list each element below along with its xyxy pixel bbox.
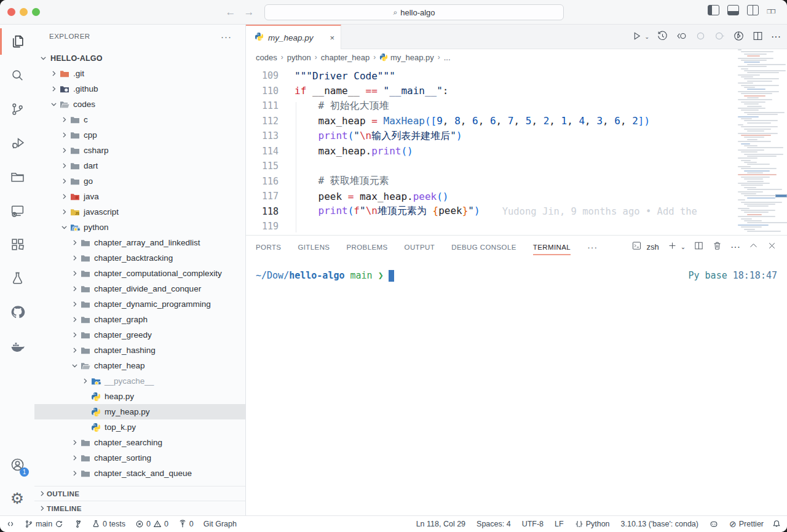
extensions-icon[interactable] xyxy=(0,228,34,261)
panel-tab-problems[interactable]: PROBLEMS xyxy=(346,236,387,258)
search-sidebar-icon[interactable] xyxy=(0,58,34,92)
encoding-status[interactable]: UTF-8 xyxy=(522,520,544,528)
tree-item-chapter-hashing[interactable]: chapter_hashing xyxy=(34,343,245,358)
tests-status[interactable]: 0 tests xyxy=(92,520,125,528)
formatter-status[interactable]: ⊘ Prettier xyxy=(729,520,764,528)
run-python-file-button[interactable] xyxy=(631,30,643,44)
breadcrumb-item[interactable]: chapter_heap xyxy=(321,53,370,62)
explorer-more-actions-icon[interactable]: ··· xyxy=(221,31,232,42)
toggle-panel-icon[interactable] xyxy=(727,5,739,15)
source-control-icon[interactable] xyxy=(0,92,34,126)
tree-item--pycache-[interactable]: __pycache__ xyxy=(34,373,245,389)
tab-close-icon[interactable]: × xyxy=(330,33,334,42)
language-mode-status[interactable]: Python xyxy=(575,520,610,528)
code-line-117[interactable]: 117 peek = max_heap.peek() xyxy=(246,189,733,204)
git-graph-status[interactable]: Git Graph xyxy=(204,520,237,528)
terminal-profile-dropdown-icon[interactable]: ⌄ xyxy=(681,244,686,250)
toggle-secondary-sidebar-icon[interactable] xyxy=(747,5,759,15)
split-terminal-icon[interactable] xyxy=(694,240,704,253)
feedback-status[interactable]: 0 xyxy=(178,520,194,528)
docker-icon[interactable] xyxy=(0,329,34,363)
python-interpreter-status[interactable]: 3.10.13 ('base': conda) xyxy=(621,520,698,528)
gitlens-icon[interactable] xyxy=(73,520,82,528)
tree-item-top-k-py[interactable]: top_k.py xyxy=(34,419,245,435)
run-debug-icon[interactable] xyxy=(0,126,34,160)
outline-section[interactable]: OUTLINE xyxy=(34,486,245,501)
remote-indicator-icon[interactable] xyxy=(6,520,15,528)
settings-gear-icon[interactable]: ⚙ xyxy=(0,482,34,515)
breadcrumb-item[interactable]: ... xyxy=(444,53,451,62)
tree-item--github[interactable]: .github xyxy=(34,81,245,97)
code-line-112[interactable]: 112 max_heap = MaxHeap([9, 8, 6, 6, 7, 5… xyxy=(246,114,733,129)
remote-explorer-icon[interactable] xyxy=(0,194,34,228)
tree-item-cpp[interactable]: cpp xyxy=(34,127,245,143)
tree-item-csharp[interactable]: csharp xyxy=(34,143,245,158)
breadcrumb-item[interactable]: my_heap.py xyxy=(379,53,433,62)
tree-item-chapter-sorting[interactable]: chapter_sorting xyxy=(34,450,245,466)
timeline-history-icon[interactable] xyxy=(657,30,668,44)
tree-item-heap-py[interactable]: heap.py xyxy=(34,389,245,404)
panel-tab-output[interactable]: OUTPUT xyxy=(405,236,435,258)
cursor-position-status[interactable]: Ln 118, Col 29 xyxy=(416,520,465,528)
minimap[interactable] xyxy=(733,41,787,235)
tree-item-chapter-greedy[interactable]: chapter_greedy xyxy=(34,327,245,343)
close-panel-icon[interactable] xyxy=(767,240,777,253)
tree-item-chapter-divide-and-conquer[interactable]: chapter_divide_and_conquer xyxy=(34,281,245,296)
explorer-icon[interactable] xyxy=(0,25,34,58)
panel-more-tabs-icon[interactable]: ··· xyxy=(587,242,598,252)
terminal-viewport[interactable]: ~/Dow/hello-algo main ❯ Py base 18:18:47 xyxy=(256,270,777,282)
tree-item-chapter-heap[interactable]: chapter_heap xyxy=(34,358,245,373)
tree-item-javascript[interactable]: JSjavascript xyxy=(34,204,245,220)
macos-close-button[interactable] xyxy=(7,8,15,16)
command-center-search[interactable]: ⌕ hello-algo xyxy=(264,4,564,20)
tree-item-codes[interactable]: codes xyxy=(34,97,245,112)
open-changes-icon[interactable] xyxy=(676,30,687,44)
panel-tab-terminal[interactable]: TERMINAL xyxy=(533,236,571,258)
indentation-status[interactable]: Spaces: 4 xyxy=(477,520,511,528)
tree-item-root[interactable]: HELLO-ALGO xyxy=(34,50,245,66)
code-line-111[interactable]: 111 # 初始化大顶堆 xyxy=(246,98,733,114)
copilot-icon[interactable] xyxy=(710,520,718,528)
code-line-116[interactable]: 116 # 获取堆顶元素 xyxy=(246,174,733,189)
code-line-114[interactable]: 114 max_heap.print() xyxy=(246,144,733,159)
kill-terminal-icon[interactable] xyxy=(712,240,722,253)
tree-item-chapter-stack-and-queue[interactable]: chapter_stack_and_queue xyxy=(34,466,245,481)
timeline-section[interactable]: TIMELINE xyxy=(34,501,245,515)
tree-item-c[interactable]: c xyxy=(34,112,245,127)
history-forward-icon[interactable]: → xyxy=(242,6,256,19)
new-terminal-icon[interactable] xyxy=(667,240,678,253)
customize-layout-icon[interactable] xyxy=(767,5,778,15)
panel-tab-gitlens[interactable]: GITLENS xyxy=(298,236,330,258)
project-folder-icon[interactable] xyxy=(0,160,34,194)
code-line-109[interactable]: 109"""Driver Code""" xyxy=(246,68,733,84)
tree-item-chapter-computational-complexity[interactable]: chapter_computational_complexity xyxy=(34,266,245,281)
code-editor[interactable]: 109"""Driver Code"""110if __name__ == "_… xyxy=(246,65,733,235)
tree-item-java[interactable]: java xyxy=(34,189,245,204)
code-line-119[interactable]: 119 xyxy=(246,219,733,234)
code-line-115[interactable]: 115 xyxy=(246,159,733,174)
code-line-110[interactable]: 110if __name__ == "__main__": xyxy=(246,84,733,99)
accounts-icon[interactable]: 1 xyxy=(0,448,34,482)
shell-label[interactable]: zsh xyxy=(646,242,658,252)
tab-my-heap-py[interactable]: my_heap.py × xyxy=(246,25,341,49)
macos-minimize-button[interactable] xyxy=(20,8,28,16)
breadcrumb[interactable]: codes›python›chapter_heap› my_heap.py›..… xyxy=(246,49,787,65)
breadcrumb-item[interactable]: python xyxy=(287,53,311,62)
testing-icon[interactable] xyxy=(0,261,34,295)
run-dropdown-icon[interactable]: ⌄ xyxy=(644,34,649,40)
macos-zoom-button[interactable] xyxy=(32,8,40,16)
maximize-panel-icon[interactable] xyxy=(748,240,759,253)
panel-tab-ports[interactable]: PORTS xyxy=(256,236,281,258)
tree-item-my-heap-py[interactable]: my_heap.py xyxy=(34,404,245,419)
code-line-113[interactable]: 113 print("\n输入列表并建堆后") xyxy=(246,129,733,144)
panel-views-more-icon[interactable]: ··· xyxy=(730,242,740,253)
breadcrumb-item[interactable]: codes xyxy=(256,53,277,62)
problems-status[interactable]: 0 0 xyxy=(135,520,168,528)
tree-item-chapter-graph[interactable]: chapter_graph xyxy=(34,312,245,327)
tree-item-chapter-searching[interactable]: chapter_searching xyxy=(34,435,245,450)
tree-item--git[interactable]: .git xyxy=(34,66,245,81)
tree-item-dart[interactable]: dart xyxy=(34,158,245,173)
tree-item-go[interactable]: go xyxy=(34,173,245,189)
github-icon[interactable] xyxy=(0,295,34,329)
tree-item-python[interactable]: python xyxy=(34,220,245,235)
